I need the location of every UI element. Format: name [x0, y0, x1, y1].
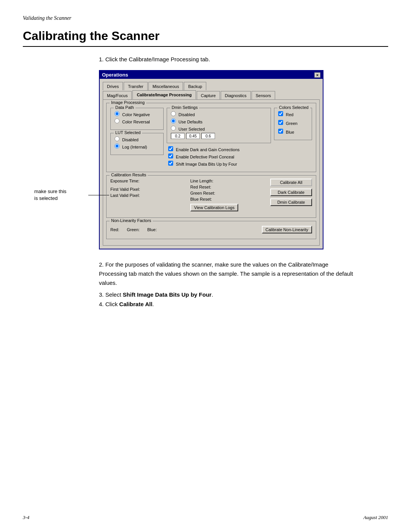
tab-capture[interactable]: Capture — [197, 91, 220, 99]
tab-miscellaneous[interactable]: Miscellaneous — [148, 82, 183, 90]
cal-exposure-label: Exposure Time: — [110, 179, 187, 183]
lut-radios: Disabled Log (Internal) — [115, 136, 159, 149]
check-shift-image-input[interactable] — [168, 161, 173, 166]
step-3-bold: Shift Image Data Bits Up by Four — [123, 291, 212, 298]
check-defective-pixel-input[interactable] — [168, 153, 173, 158]
view-calibration-logs-button[interactable]: View Calibration Logs — [190, 204, 238, 211]
breadcrumb: Validating the Scanner — [23, 15, 388, 21]
page-footer: 3-4 August 2001 — [23, 514, 388, 521]
cal-left-col: Exposure Time: First Valid Pixel: Last V… — [110, 179, 187, 214]
dmin-input-2[interactable] — [186, 133, 200, 139]
page-title: Calibrating the Scanner — [23, 29, 388, 47]
body-paragraph: 2. For the purposes of validating the sc… — [99, 260, 358, 288]
step-3-suffix: . — [212, 291, 213, 298]
step-2-number: 2. — [99, 261, 105, 268]
radio-dmin-user-selected-input[interactable] — [171, 126, 176, 131]
dmin-group: Dmin Settings Disabled Use Defaults — [167, 108, 271, 143]
colors-group: Colors Selected Red Green — [274, 108, 312, 140]
operations-dialog: Operations × Drives Transfer Miscellaneo… — [99, 70, 323, 249]
calibration-results-row: Exposure Time: First Valid Pixel: Last V… — [110, 179, 312, 214]
check-blue-input[interactable] — [278, 129, 283, 134]
tab-diagnostics[interactable]: Diagnostics — [221, 91, 251, 99]
calibrate-all-button[interactable]: Calibrate All — [270, 179, 312, 186]
nl-green-label: Green: — [127, 227, 140, 232]
tab-content: Image Processing Data Path Color Negati — [103, 99, 320, 246]
right-col: Colors Selected Red Green — [274, 106, 312, 168]
non-linearity-group: Non-Linearity Factors Red: Green: Blue: … — [106, 221, 316, 239]
radio-dmin-use-defaults-input[interactable] — [171, 118, 176, 123]
tab-backup[interactable]: Backup — [184, 82, 206, 90]
check-dark-gain[interactable]: Enable Dark and Gain Corrections — [168, 146, 271, 152]
dmin-calibrate-button[interactable]: Dmin Calibrate — [270, 198, 312, 206]
lut-legend: LUT Selected — [114, 130, 142, 135]
radio-lut-disabled-input[interactable] — [115, 136, 119, 141]
left-col: Data Path Color Negative Color Reversal — [110, 106, 164, 168]
checkboxes-group: Enable Dark and Gain Corrections Enable … — [168, 146, 271, 166]
dialog-close-button[interactable]: × — [314, 72, 320, 78]
footer-date: August 2001 — [363, 514, 388, 521]
check-red-input[interactable] — [278, 111, 283, 116]
dialog-title: Operations — [102, 72, 128, 78]
cal-blue-reset-label: Blue Reset: — [190, 197, 267, 201]
dmin-legend: Dmin Settings — [170, 105, 199, 110]
cal-green-reset-label: Green Reset: — [190, 191, 267, 195]
radio-color-negative[interactable]: Color Negative — [115, 111, 159, 117]
radio-dmin-user-selected[interactable]: User Selected — [171, 126, 267, 131]
image-processing-legend: Image Processing — [110, 100, 146, 105]
step-4-suffix: . — [152, 301, 154, 307]
dmin-input-1[interactable] — [171, 133, 185, 139]
cal-line-length-label: Line Length: — [190, 179, 267, 183]
nl-red-label: Red: — [110, 227, 119, 232]
colors-legend: Colors Selected — [277, 105, 310, 110]
cal-red-reset-label: Red Reset: — [190, 185, 267, 189]
nl-blue-label: Blue: — [147, 227, 157, 232]
colors-checkboxes: Red Green Blue — [278, 111, 308, 134]
body-para-text: For the purposes of validating the scann… — [99, 261, 353, 286]
check-defective-pixel[interactable]: Enable Defective Pixel Conceal — [168, 153, 271, 159]
check-green[interactable]: Green — [278, 120, 308, 126]
lut-group: LUT Selected Disabled Log (Internal) — [110, 133, 164, 155]
step-3: 3. Select Shift Image Data Bits Up by Fo… — [99, 291, 388, 298]
check-green-input[interactable] — [278, 120, 283, 125]
tab-calibrate-image-processing[interactable]: Calibrate/Image Processing — [132, 90, 196, 99]
step-1-text: 1. Click the Calibrate/Image Processing … — [99, 56, 388, 62]
radio-lut-disabled[interactable]: Disabled — [115, 136, 159, 142]
check-red[interactable]: Red — [278, 111, 308, 117]
radio-lut-log-input[interactable] — [115, 144, 119, 149]
dmin-input-3[interactable] — [201, 133, 215, 139]
cal-middle-col: Line Length: Red Reset: Green Reset: Blu… — [190, 179, 267, 214]
tab-transfer[interactable]: Transfer — [124, 82, 148, 90]
calibrate-non-linearity-button[interactable]: Calibrate Non-Linearity — [262, 226, 312, 233]
annotation: make sure this is selected — [34, 188, 67, 202]
radio-dmin-disabled-input[interactable] — [171, 111, 176, 116]
radio-dmin-disabled[interactable]: Disabled — [171, 111, 267, 117]
dark-calibrate-button[interactable]: Dark Calibrate — [270, 189, 312, 196]
tab-row-2: Mag/Focus Calibrate/Image Processing Cap… — [101, 90, 321, 99]
step-3-prefix: 3. Select — [99, 291, 123, 298]
data-path-group: Data Path Color Negative Color Reversal — [110, 108, 164, 130]
non-linearity-legend: Non-Linearity Factors — [110, 218, 153, 223]
tab-drives[interactable]: Drives — [103, 82, 123, 90]
check-blue[interactable]: Blue — [278, 129, 308, 134]
tab-row-1: Drives Transfer Miscellaneous Backup — [101, 82, 321, 90]
dialog-body: Drives Transfer Miscellaneous Backup Mag… — [100, 79, 323, 249]
data-path-radios: Color Negative Color Reversal — [115, 111, 159, 124]
image-processing-group: Image Processing Data Path Color Negati — [106, 103, 316, 172]
step-4: 4. Click Calibrate All. — [99, 301, 388, 307]
tab-sensors[interactable]: Sensors — [252, 91, 275, 99]
radio-dmin-use-defaults[interactable]: Use Defaults — [171, 118, 267, 124]
radio-lut-log[interactable]: Log (Internal) — [115, 144, 159, 149]
check-shift-image[interactable]: Shift Image Data Bits Up by Four — [168, 161, 271, 166]
image-processing-row: Data Path Color Negative Color Reversal — [110, 106, 312, 168]
step-4-prefix: 4. Click — [99, 301, 119, 307]
cal-last-valid-label: Last Valid Pixel: — [110, 193, 187, 198]
radio-color-negative-input[interactable] — [115, 111, 119, 116]
radio-color-reversal-input[interactable] — [115, 118, 119, 123]
tab-magfocus[interactable]: Mag/Focus — [103, 91, 132, 99]
radio-color-reversal[interactable]: Color Reversal — [115, 118, 159, 124]
non-linearity-row: Red: Green: Blue: Calibrate Non-Linearit… — [110, 224, 312, 235]
calibration-results-group: Calibration Results Exposure Time: First… — [106, 175, 316, 218]
check-dark-gain-input[interactable] — [168, 146, 173, 151]
footer-page-number: 3-4 — [23, 514, 29, 521]
dmin-radios: Disabled Use Defaults User Selected — [171, 111, 267, 131]
